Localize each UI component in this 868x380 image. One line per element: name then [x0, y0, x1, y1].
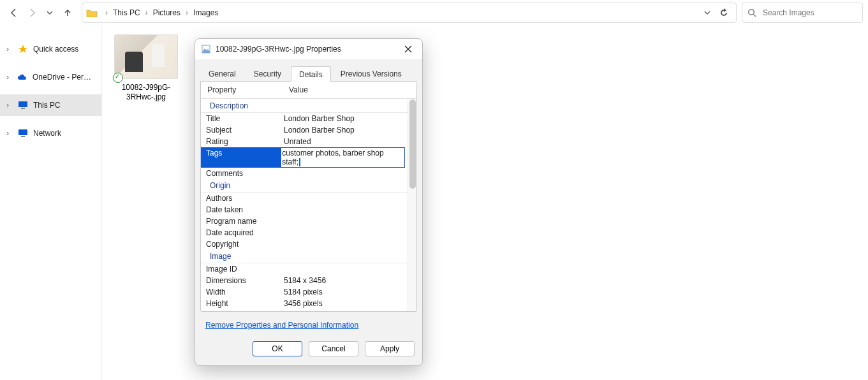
details-row[interactable]: Dimensions5184 x 3456: [201, 275, 408, 286]
dialog-titlebar[interactable]: 10082-J99pG-3RHwc-.jpg Properties: [195, 39, 422, 59]
ok-button[interactable]: OK: [253, 341, 302, 356]
breadcrumb-segment[interactable]: Pictures: [152, 8, 182, 17]
search-icon: [747, 8, 756, 17]
tab-previous-versions[interactable]: Previous Versions: [332, 66, 410, 81]
breadcrumb-segment[interactable]: Images: [192, 8, 219, 17]
details-property-value: [283, 216, 408, 227]
details-property-name: Rating: [201, 136, 283, 147]
column-header-value[interactable]: Value: [283, 82, 416, 98]
details-property-name: Date acquired: [201, 227, 283, 238]
monitor-icon: [18, 128, 28, 138]
details-property-name: Tags: [201, 147, 281, 168]
details-property-value: London Barber Shop: [283, 124, 408, 136]
dialog-buttons: OK Cancel Apply: [195, 330, 422, 365]
details-property-name: Comments: [201, 168, 283, 179]
details-property-value: [283, 168, 408, 179]
details-row[interactable]: Authors: [201, 193, 408, 204]
details-row[interactable]: Height3456 pixels: [201, 298, 408, 309]
nav-arrows: [5, 8, 77, 18]
file-item[interactable]: 10082-J99pG-3RHwc-.jpg: [111, 34, 181, 102]
details-property-name: Authors: [201, 193, 283, 204]
close-button[interactable]: [401, 43, 416, 55]
breadcrumb: › This PC › Pictures › Images: [101, 8, 700, 17]
scrollbar[interactable]: [408, 99, 416, 311]
tab-details[interactable]: Details: [291, 66, 331, 82]
details-property-value: [283, 204, 408, 216]
text-caret: [299, 158, 300, 166]
refresh-button[interactable]: [719, 8, 728, 17]
sidebar-item-label: Network: [33, 129, 95, 138]
dialog-title: 10082-J99pG-3RHwc-.jpg Properties: [216, 45, 395, 54]
details-property-name: Date taken: [201, 204, 283, 216]
details-table: Property Value DescriptionTitleLondon Ba…: [201, 82, 416, 311]
chevron-right-icon[interactable]: ›: [101, 8, 112, 17]
column-header-property[interactable]: Property: [201, 82, 283, 98]
recent-locations-button[interactable]: [45, 8, 55, 18]
details-property-name: Program name: [201, 216, 283, 227]
address-dropdown-button[interactable]: [704, 10, 710, 16]
details-property-value[interactable]: customer photos, barber shop staff;: [281, 147, 405, 168]
details-row[interactable]: TitleLondon Barber Shop: [201, 113, 408, 124]
details-section-header: Origin: [201, 179, 408, 193]
image-file-icon: [202, 45, 210, 54]
remove-properties-link[interactable]: Remove Properties and Personal Informati…: [205, 321, 358, 330]
chevron-right-icon[interactable]: ›: [6, 73, 12, 82]
sidebar-item-label: Quick access: [33, 45, 95, 54]
details-property-value: 5184 pixels: [283, 286, 408, 298]
sidebar-item-network[interactable]: › Network: [0, 122, 101, 144]
main-area: › Quick access › OneDrive - Personal › T…: [0, 26, 868, 380]
search-box[interactable]: [742, 3, 863, 23]
search-input[interactable]: [761, 8, 860, 18]
tab-general[interactable]: General: [200, 66, 244, 81]
sidebar-item-this-pc[interactable]: › This PC: [0, 94, 101, 116]
details-property-value: London Barber Shop: [283, 113, 408, 124]
details-property-value: [283, 238, 408, 250]
details-property-name: Image ID: [201, 263, 283, 275]
file-thumbnail: [114, 34, 178, 79]
up-button[interactable]: [63, 8, 73, 18]
tab-security[interactable]: Security: [246, 66, 290, 81]
chevron-right-icon[interactable]: ›: [6, 45, 13, 54]
chevron-right-icon[interactable]: ›: [182, 8, 192, 17]
sidebar-item-label: This PC: [33, 101, 95, 110]
details-row[interactable]: Horizontal resolution72 dpi: [201, 309, 408, 311]
details-row[interactable]: Copyright: [201, 238, 408, 250]
details-property-name: Horizontal resolution: [201, 309, 283, 311]
file-name: 10082-J99pG-3RHwc-.jpg: [111, 83, 181, 102]
breadcrumb-segment[interactable]: This PC: [112, 8, 142, 17]
cancel-button[interactable]: Cancel: [309, 341, 358, 356]
sidebar-item-onedrive[interactable]: › OneDrive - Personal: [0, 66, 101, 88]
details-row[interactable]: Tagscustomer photos, barber shop staff;: [201, 147, 408, 168]
svg-rect-1: [18, 101, 27, 107]
scrollbar-thumb[interactable]: [409, 99, 416, 189]
details-property-value: [283, 227, 408, 238]
details-property-name: Subject: [201, 124, 283, 136]
navigation-pane: › Quick access › OneDrive - Personal › T…: [0, 26, 102, 380]
details-property-value: [283, 263, 408, 275]
details-property-value: [283, 193, 408, 204]
details-property-name: Width: [201, 286, 283, 298]
forward-button[interactable]: [27, 8, 37, 18]
details-header: Property Value: [201, 82, 416, 99]
details-row[interactable]: Date acquired: [201, 227, 408, 238]
details-row[interactable]: Comments: [201, 168, 408, 179]
sidebar-item-label: OneDrive - Personal: [33, 73, 95, 82]
details-row[interactable]: SubjectLondon Barber Shop: [201, 124, 408, 136]
details-row[interactable]: RatingUnrated: [201, 136, 408, 147]
details-row[interactable]: Date taken: [201, 204, 408, 216]
folder-icon: [86, 8, 98, 17]
chevron-right-icon[interactable]: ›: [6, 101, 13, 110]
details-property-name: Dimensions: [201, 275, 283, 286]
address-bar[interactable]: › This PC › Pictures › Images: [82, 3, 737, 23]
apply-button[interactable]: Apply: [365, 341, 415, 356]
chevron-right-icon[interactable]: ›: [142, 8, 152, 17]
back-button[interactable]: [9, 8, 19, 18]
details-row[interactable]: Width5184 pixels: [201, 286, 408, 298]
sidebar-item-quick-access[interactable]: › Quick access: [0, 38, 101, 60]
chevron-right-icon[interactable]: ›: [6, 129, 13, 138]
details-tab-body: Property Value DescriptionTitleLondon Ba…: [200, 81, 417, 312]
svg-rect-3: [18, 129, 27, 135]
details-row[interactable]: Program name: [201, 216, 408, 227]
details-property-name: Title: [201, 113, 283, 124]
details-row[interactable]: Image ID: [201, 263, 408, 275]
